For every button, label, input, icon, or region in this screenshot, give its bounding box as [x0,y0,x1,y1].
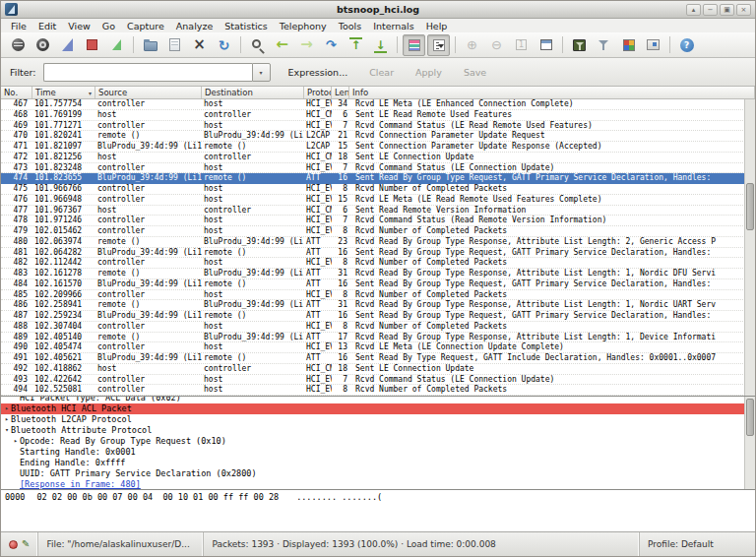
column-header-info[interactable]: Info [349,87,755,98]
packet-row-482[interactable]: 482102.112442controllerhostHCI_EVT8Rcvd … [1,258,755,269]
capture-options-button[interactable] [32,34,54,56]
packet-row-492[interactable]: 492102.418862hostcontrollerHCI_CMD18Sent… [1,364,755,375]
packet-row-475[interactable]: 475101.966766controllerhostHCI_EVT8Rcvd … [1,184,755,195]
collapsed-expander-icon[interactable]: ▸ [3,403,11,414]
packet-row-467[interactable]: 467101.757754controllerhostHCI_EVT34Rcvd… [1,99,755,110]
maximize-window-button[interactable]: ▣ [720,4,734,16]
packet-row-494[interactable]: 494102.525081controllerhostHCI_EVT8Rcvd … [1,385,755,396]
capture-filters-button[interactable] [568,34,591,56]
expert-info-icon[interactable] [9,540,18,549]
details-scrollbar[interactable] [744,397,755,490]
packet-row-472[interactable]: 472101.821256hostcontrollerHCI_CMD18Sent… [1,153,755,163]
detail-row-bluetooth-l2cap-protocol[interactable]: ▸Bluetooth L2CAP Protocol [1,414,755,425]
column-header-protocol[interactable]: Protocol [304,87,332,98]
packet-row-480[interactable]: 480102.063974remote ()BluProdu_39:4d:99 … [1,237,755,248]
packet-row-469[interactable]: 469101.771271controllerhostHCI_EVT7Rcvd … [1,121,755,132]
detail-row-response-in-frame-480[interactable]: [Response in Frame: 480] [1,479,755,490]
detail-row-opcode-read-by-group-type-request-0x10[interactable]: ▸Opcode: Read By Group Type Request (0x1… [1,436,755,447]
detail-row-ending-handle-0xffff[interactable]: Ending Handle: 0xffff [1,458,755,468]
close-file-button[interactable]: × [188,34,211,56]
packet-row-483[interactable]: 483102.161278remote ()BluProdu_39:4d:99 … [1,269,755,279]
capture-comment-icon[interactable]: ✎ [22,539,30,549]
go-forward-button[interactable]: → [295,34,318,56]
display-filters-button[interactable] [593,34,615,56]
filter-input[interactable] [43,63,252,82]
preferences-button[interactable] [642,34,664,56]
scrollbar-thumb[interactable] [746,183,754,230]
menu-view[interactable]: View [62,20,96,32]
expanded-expander-icon[interactable]: ▾ [3,425,11,436]
resize-columns-button[interactable] [535,34,557,56]
packet-row-487[interactable]: 487102.259234BluProdu_39:4d:99 (Li1remot… [1,311,755,322]
packet-row-471[interactable]: 471101.821097BluProdu_39:4d:99 (Li1remot… [1,142,755,153]
column-header-no[interactable]: No. [1,87,32,98]
hex-row[interactable]: 000002 02 00 0b 00 07 00 04 00 10 01 00 … [5,492,751,503]
detail-row-bluetooth-attribute-protocol[interactable]: ▾Bluetooth Attribute Protocol [1,425,755,436]
packet-row-485[interactable]: 485102.209966controllerhostHCI_EVT8Rcvd … [1,290,755,301]
packet-row-468[interactable]: 468101.769199hostcontrollerHCI_CMD6Sent … [1,110,755,121]
packet-row-473[interactable]: 473101.823248controllerhostHCI_EVT7Rcvd … [1,163,755,174]
close-window-button[interactable]: × [736,4,751,16]
menu-tools[interactable]: Tools [333,20,367,32]
collapsed-expander-icon[interactable]: ▸ [3,414,11,425]
column-header-destination[interactable]: Destination [202,87,304,98]
filter-dropdown-icon[interactable]: ▾ [252,63,271,82]
help-button[interactable]: ? [675,34,698,56]
packet-row-486[interactable]: 486102.258941remote ()BluProdu_39:4d:99 … [1,300,755,311]
collapsed-expander-icon[interactable]: ▸ [12,436,20,447]
menu-statistics[interactable]: Statistics [219,20,273,32]
column-header-time[interactable]: Time▾ [32,87,95,98]
packet-row-484[interactable]: 484102.161570BluProdu_39:4d:99 (Li1remot… [1,279,755,290]
minimize-window-button[interactable]: − [703,4,718,16]
packet-row-489[interactable]: 489102.405140remote ()BluProdu_39:4d:99 … [1,333,755,343]
menu-go[interactable]: Go [96,20,121,32]
go-first-packet-button[interactable]: ↑ [345,34,367,56]
packet-list-scrollbar[interactable] [744,99,755,396]
find-packet-button[interactable] [246,34,269,56]
menu-telephony[interactable]: Telephony [274,20,333,32]
open-file-button[interactable] [139,34,161,56]
packet-row-470[interactable]: 470101.820241remote ()BluProdu_39:4d:99 … [1,131,755,142]
menu-help[interactable]: Help [420,20,454,32]
menu-edit[interactable]: Edit [32,20,62,32]
restart-capture-button[interactable] [105,34,128,56]
menu-capture[interactable]: Capture [121,20,170,32]
detail-row-bluetooth-hci-acl-packet[interactable]: ▸Bluetooth HCI ACL Packet [1,403,755,414]
stop-capture-button[interactable] [81,34,103,56]
expression-button[interactable]: Expression... [284,65,352,80]
packet-row-491[interactable]: 491102.405621BluProdu_39:4d:99 (Li1remot… [1,353,755,364]
packet-row-477[interactable]: 477101.967367hostcontrollerHCI_CMD6Sent … [1,206,755,217]
column-header-length[interactable]: Length [332,87,349,98]
packet-row-490[interactable]: 490102.405474controllerhostHCI_EVT13Rcvd… [1,342,755,353]
start-capture-button[interactable] [56,34,79,56]
packet-row-478[interactable]: 478101.971246controllerhostHCI_EVT7Rcvd … [1,216,755,226]
menu-analyze[interactable]: Analyze [170,20,219,32]
packet-row-476[interactable]: 476101.966948controllerhostHCI_EVT15Rcvd… [1,195,755,206]
detail-row-clipped[interactable]: HCI Packet Type: ACL Data (0x02) [1,397,755,403]
coloring-rules-button[interactable] [617,34,640,56]
packet-row-479[interactable]: 479102.015462controllerhostHCI_EVT8Rcvd … [1,226,755,237]
packet-row-493[interactable]: 493102.422642controllerhostHCI_EVT7Rcvd … [1,375,755,386]
save-file-button[interactable] [163,34,186,56]
packet-row-481[interactable]: 481102.064282BluProdu_39:4d:99 (Li1remot… [1,248,755,259]
scrollbar-thumb[interactable] [746,399,754,436]
packet-rows: 467101.757754controllerhostHCI_EVT34Rcvd… [1,99,755,396]
column-header-source[interactable]: Source [95,87,202,98]
packet-cell: HCI_CMD [304,110,332,120]
menu-internals[interactable]: Internals [367,20,420,32]
list-interfaces-button[interactable] [7,34,30,56]
reload-file-button[interactable]: ↻ [213,34,235,56]
packet-row-474[interactable]: 474101.823655BluProdu_39:4d:99 (Li1remot… [1,173,755,184]
go-to-packet-button[interactable]: ↷ [320,34,343,56]
detail-row-uuid-gatt-primary-service-declaration-0x[interactable]: UUID: GATT Primary Service Declaration (… [1,468,755,479]
shade-window-button[interactable]: ▴ [686,4,701,16]
go-back-button[interactable]: ← [271,34,293,56]
packet-cell: 101.820241 [32,131,95,141]
detail-row-starting-handle-0x0001[interactable]: Starting Handle: 0x0001 [1,447,755,458]
menu-file[interactable]: File [5,20,32,32]
colorize-packets-button[interactable] [403,34,425,56]
packet-row-488[interactable]: 488102.307404controllerhostHCI_EVT8Rcvd … [1,322,755,333]
auto-scroll-button[interactable] [427,34,450,56]
status-profile[interactable]: Profile: Default [639,532,755,556]
go-last-packet-button[interactable]: ↓ [369,34,392,56]
